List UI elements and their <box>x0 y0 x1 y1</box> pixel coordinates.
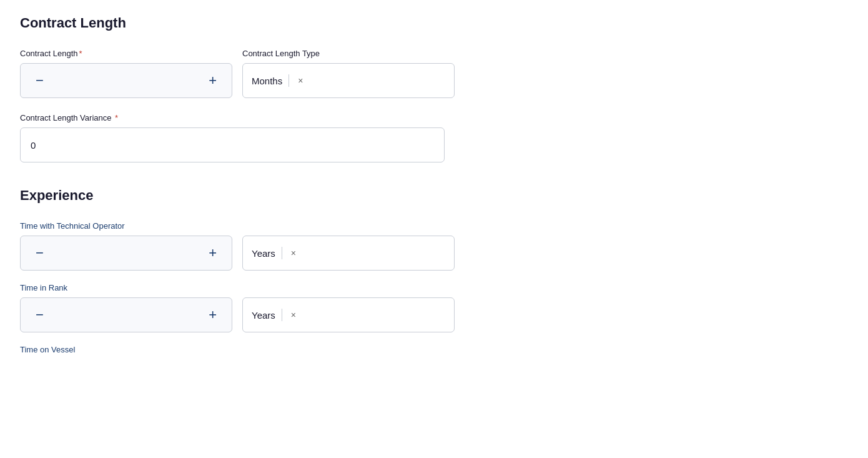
contract-length-field-col: Contract Length* − + <box>20 49 232 98</box>
time-in-rank-row: − + Years × <box>20 297 848 332</box>
contract-length-type-close-button[interactable]: × <box>295 74 305 87</box>
contract-length-required: * <box>79 49 82 58</box>
contract-length-stepper: − + <box>20 63 232 98</box>
time-in-rank-tag-divider <box>282 309 282 321</box>
time-on-vessel-label: Time on Vessel <box>20 345 848 354</box>
time-in-rank-tag-input: Years × <box>242 297 455 332</box>
contract-length-type-tag-value: Months <box>252 76 282 86</box>
time-with-operator-tag-value: Years <box>252 248 275 259</box>
time-with-operator-row: − + Years × <box>20 236 848 271</box>
time-with-operator-group: Time with Technical Operator − + Years × <box>20 221 848 271</box>
time-in-rank-decrement-button[interactable]: − <box>31 306 49 324</box>
time-on-vessel-group: Time on Vessel <box>20 345 848 354</box>
experience-section: Experience Time with Technical Operator … <box>20 187 848 354</box>
time-with-operator-label: Time with Technical Operator <box>20 221 848 231</box>
time-with-operator-close-button[interactable]: × <box>289 247 298 259</box>
contract-length-title: Contract Length <box>20 15 848 31</box>
contract-length-type-label: Contract Length Type <box>242 49 455 58</box>
variance-label: Contract Length Variance * <box>20 113 848 122</box>
time-in-rank-increment-button[interactable]: + <box>204 306 222 324</box>
time-with-operator-stepper: − + <box>20 236 232 271</box>
contract-length-variance-group: Contract Length Variance * <box>20 113 848 162</box>
time-with-operator-tag-input: Years × <box>242 236 455 271</box>
contract-length-decrement-button[interactable]: − <box>31 71 49 90</box>
contract-length-row: Contract Length* − + Contract Length Typ… <box>20 49 848 98</box>
contract-length-increment-button[interactable]: + <box>204 71 222 90</box>
variance-field-wrapper <box>20 127 445 162</box>
time-with-operator-decrement-button[interactable]: − <box>31 244 49 262</box>
time-in-rank-tag-value: Years <box>252 310 275 321</box>
experience-title: Experience <box>20 187 848 204</box>
variance-required: * <box>112 113 118 122</box>
time-in-rank-stepper: − + <box>20 297 232 332</box>
time-in-rank-close-button[interactable]: × <box>289 309 298 321</box>
contract-length-type-col: Contract Length Type Months × <box>242 49 455 98</box>
time-with-operator-tag-divider <box>282 247 282 259</box>
contract-length-type-tag-input: Months × <box>242 63 455 98</box>
contract-length-section: Contract Length Contract Length* − + Con… <box>20 15 848 162</box>
time-with-operator-increment-button[interactable]: + <box>204 244 222 262</box>
contract-length-label: Contract Length* <box>20 49 232 58</box>
time-in-rank-group: Time in Rank − + Years × <box>20 283 848 332</box>
tag-divider <box>289 74 289 87</box>
time-in-rank-label: Time in Rank <box>20 283 848 292</box>
variance-input[interactable] <box>20 127 445 162</box>
